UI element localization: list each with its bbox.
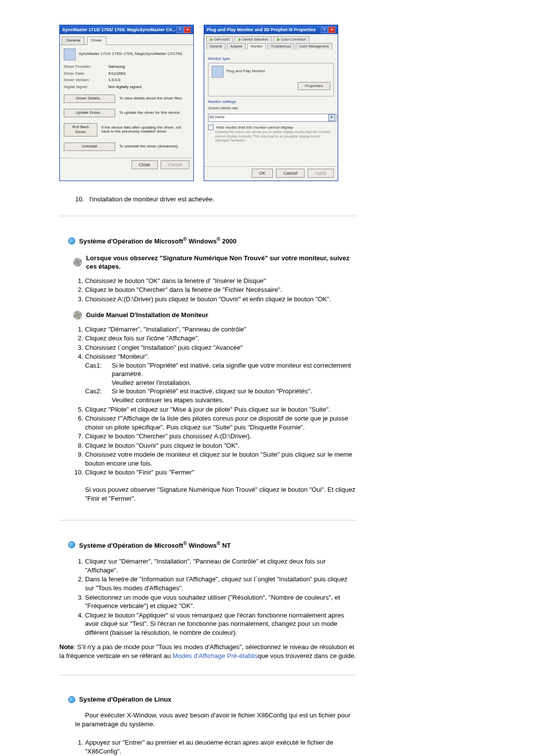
list-item: Sélectionnez un mode que vous souhaitez … <box>85 593 356 611</box>
case-text: Si le bouton "Propriété" est inactivé, c… <box>112 387 356 396</box>
refresh-rate-select[interactable]: 60 Hertz ▾ <box>208 114 337 122</box>
list-item: Cliquez "Pilote" et cliquez sur "Mise à … <box>85 405 356 414</box>
button-description: To uninstall the driver (Advanced). <box>119 144 179 149</box>
hide-modes-description: Clearing this check box allows you to se… <box>215 130 334 142</box>
update-driver-button[interactable]: Update Driver... <box>64 109 115 117</box>
tab-device-selection[interactable]: Device Selection <box>234 36 271 42</box>
tab-general[interactable]: General <box>62 37 85 45</box>
driver-info-row: Driver Date:9/11/2001 <box>64 71 189 77</box>
driver-info-row: Digital Signer:Not digitally signed <box>64 85 189 90</box>
rollback-driver-button[interactable]: Roll Back Driver <box>64 123 97 137</box>
monitor-name: Plug and Play Monitor <box>226 69 265 74</box>
close-button[interactable]: Close <box>132 160 158 169</box>
case-text: Si le bouton "Propriété" est inativé, ce… <box>112 361 356 378</box>
divider <box>59 675 356 675</box>
refresh-rate-value: 60 Hertz <box>210 115 224 120</box>
checkbox-box <box>208 125 214 130</box>
list-item: Cliquez le bouton "Ouvrir" puis cliquez … <box>85 441 356 450</box>
tab-color-correction[interactable]: Color Correction <box>273 36 310 42</box>
section-title-windows-2000: Système d'Opération de Microsoft® Window… <box>79 236 236 246</box>
nt-note: Note: S'il n'y a pas de mode pour "Tous … <box>59 643 356 660</box>
apply-button: Apply <box>308 169 334 178</box>
list-item: Cliquez le bouton "Appliquer" si vous re… <box>85 611 356 637</box>
monitor-settings-label: Monitor settings <box>208 99 334 105</box>
monitor-model-name: SyncMaster 171S/ 175S/ 170S, MagicSyncMa… <box>79 51 182 57</box>
screenshot-row: SyncMaster 171S/ 175S/ 170S. MagicSyncMa… <box>59 25 356 181</box>
case-key: Cas1: <box>85 361 112 387</box>
tab-adapter[interactable]: Adapter <box>227 43 246 49</box>
list-item: Cliquez "Démarrer", "Installation", "Pan… <box>85 325 356 334</box>
tab-color-management[interactable]: Color Management <box>296 43 332 49</box>
help-icon[interactable]: ? <box>177 27 183 33</box>
list-item: Dans la fenetre de "Information sur l'Af… <box>85 575 356 592</box>
section-title-windows-nt: Système d'Opération de Microsoft® Window… <box>79 540 231 550</box>
chevron-down-icon: ▾ <box>328 114 335 121</box>
list-item: Appuyez sur "Entrer" au premier et au de… <box>85 738 356 756</box>
list-item: Cliquez le bouton "Finir" puis "Fermer" … <box>85 468 356 503</box>
button-description: To view details about the driver files. <box>119 96 183 101</box>
section-bullet-icon <box>68 696 75 703</box>
driver-properties-dialog: SyncMaster 171S/ 175S/ 170S. MagicSyncMa… <box>59 25 194 181</box>
driver-info-row: Driver Provider:Samsung <box>64 64 189 70</box>
list-item: Choisissez le bouton "OK" dans la fenetr… <box>85 277 356 285</box>
tab-geforce3[interactable]: GeForce3 <box>206 36 233 42</box>
close-icon[interactable]: × <box>328 27 335 33</box>
window-controls: ? × <box>176 27 191 33</box>
tab-monitor[interactable]: Monitor <box>247 43 266 49</box>
manual-install-steps-list: Cliquez "Démarrer", "Installation", "Pan… <box>74 325 356 503</box>
uninstall-button[interactable]: Uninstall <box>64 142 115 151</box>
section-bullet-icon <box>68 237 75 244</box>
list-item: Choisissez l`onglet "Installation" puis … <box>85 343 356 352</box>
section-bullet-icon <box>68 541 75 548</box>
window-controls: ? × <box>320 27 335 33</box>
display-properties-dialog: Plug and Play Monitor and 3D Prophet III… <box>204 25 338 181</box>
preset-modes-link[interactable]: Modes d'Affichage Pré-établis <box>173 652 258 660</box>
case-text: Veuillez continuer les étapes suivantes. <box>112 396 356 405</box>
section-title-linux: Système d'Opération de Linux <box>79 695 172 704</box>
list-item: Cliquez le bouton "Chercher" puis choisi… <box>85 432 356 441</box>
list-item: Cliquez deux fois sur l'icône "Affichage… <box>85 334 356 343</box>
list-item: Choisissez A:(D:\Driver) puis cliquez le… <box>85 295 356 304</box>
ok-button[interactable]: OK <box>252 169 273 178</box>
properties-button[interactable]: Properties <box>298 82 330 91</box>
button-description: To update the driver for this device. <box>119 110 181 116</box>
dialog-title: Plug and Play Monitor and 3D Prophet III… <box>207 27 316 33</box>
list-item: Choisissez l'"Affichage de la liste des … <box>85 414 356 431</box>
list-item: Choisissez "Moniteur". Cas1: Si le bouto… <box>85 352 356 404</box>
case-text: Veuillez arreter l'installation. <box>112 378 356 387</box>
nt-steps-list: Cliquez sur "Démarrer", "Installation", … <box>74 557 356 637</box>
linux-intro: Pour éxécuter X-Window, vous avez besoin… <box>75 711 356 728</box>
tab-troubleshoot[interactable]: Troubleshoot <box>267 43 295 49</box>
linux-steps-list: Appuyez sur "Entrer" au premier et au de… <box>74 738 356 756</box>
monitor-type-label: Monitor type <box>208 56 334 62</box>
signature-steps-list: Choisissez le bouton "OK" dans la fenetr… <box>74 277 356 304</box>
close-icon[interactable]: × <box>184 27 191 33</box>
gear-icon <box>73 258 82 267</box>
cancel-button[interactable]: Cancel <box>276 169 305 178</box>
subsection-title-signature: Lorsque vous observez "Signature Numériq… <box>86 254 356 271</box>
refresh-rate-label: Screen refresh rate: <box>208 106 334 110</box>
hide-modes-label: Hide modes that this monitor cannot disp… <box>216 125 293 129</box>
list-item: Cliquez sur "Démarrer", "Installation", … <box>85 557 356 574</box>
driver-details-button[interactable]: Driver Details... <box>64 94 115 103</box>
divider <box>59 520 356 520</box>
monitor-icon <box>64 48 76 60</box>
tab-driver[interactable]: Driver <box>87 37 106 45</box>
document-page: SyncMaster 171S/ 175S/ 170S. MagicSyncMa… <box>0 0 415 756</box>
gear-icon <box>73 311 82 320</box>
tab-general[interactable]: General <box>206 43 225 49</box>
driver-info-row: Driver Version:1.0.0.0 <box>64 78 189 83</box>
divider <box>59 216 356 216</box>
cancel-button: Cancel <box>161 160 189 169</box>
subsection-title-manual-install: Guide Manuel D'Installation de Moniteur <box>86 311 208 320</box>
hide-modes-checkbox[interactable]: Hide modes that this monitor cannot disp… <box>208 125 334 130</box>
case-key: Cas2: <box>85 387 112 404</box>
install-complete-line: 10. l'installation de moniteur driver es… <box>75 195 356 204</box>
list-item: Choisissez votre modele de moniteur et c… <box>85 450 356 468</box>
dialog-title: SyncMaster 171S/ 175S/ 170S. MagicSyncMa… <box>62 27 176 33</box>
monitor-icon <box>212 66 223 78</box>
list-item: Cliquez le bouton "Chercher" dans la fen… <box>85 285 356 294</box>
button-description: If the device fails after updating the d… <box>101 126 189 135</box>
help-icon[interactable]: ? <box>321 27 328 33</box>
